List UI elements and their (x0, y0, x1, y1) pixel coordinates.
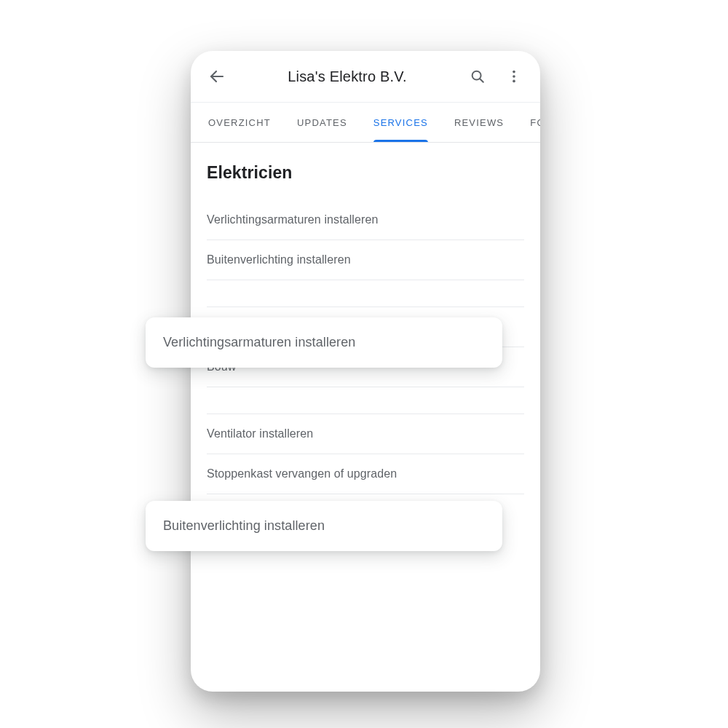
svg-point-3 (513, 71, 515, 74)
service-item[interactable] (207, 280, 524, 307)
service-item[interactable]: Buitenverlichting installeren (207, 240, 524, 280)
tab-updates[interactable]: Updates (284, 103, 360, 142)
overflow-menu-button[interactable] (498, 60, 530, 92)
svg-line-2 (480, 79, 483, 82)
phone-frame: Lisa's Elektro B.V. OverzichtUpdatesServ… (191, 51, 540, 692)
callout-card: Buitenverlichting installeren (146, 501, 502, 551)
tab-services[interactable]: Services (360, 103, 441, 142)
tab-bar: OverzichtUpdatesServicesReviewsFot (191, 102, 540, 143)
svg-point-4 (513, 75, 515, 78)
services-pane: Elektricien Verlichtingsarmaturen instal… (191, 143, 540, 692)
callout-card: Verlichtingsarmaturen installeren (146, 317, 502, 368)
arrow-left-icon (208, 68, 226, 85)
tab-fot[interactable]: Fot (517, 103, 540, 142)
services-category-heading: Elektricien (207, 163, 524, 183)
page-title: Lisa's Elektro B.V. (237, 68, 457, 85)
service-item[interactable]: Verlichtingsarmaturen installeren (207, 200, 524, 240)
svg-point-5 (513, 80, 515, 83)
service-item[interactable]: Stoppenkast vervangen of upgraden (207, 454, 524, 494)
search-button[interactable] (462, 60, 494, 92)
more-vertical-icon (506, 68, 522, 84)
service-item[interactable]: Ventilator installeren (207, 414, 524, 454)
tab-reviews[interactable]: Reviews (441, 103, 517, 142)
search-icon (470, 68, 486, 84)
service-item[interactable] (207, 387, 524, 414)
app-bar: Lisa's Elektro B.V. (191, 51, 540, 102)
back-button[interactable] (201, 60, 233, 92)
tab-overzicht[interactable]: Overzicht (195, 103, 284, 142)
